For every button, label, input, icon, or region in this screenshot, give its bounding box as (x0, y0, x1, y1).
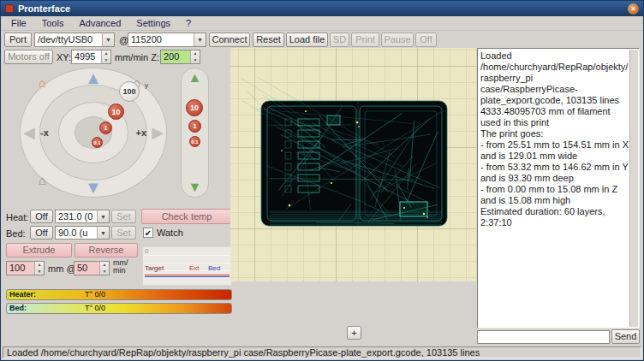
bed-gauge-value: T° 0/0 (85, 304, 105, 312)
graph-zero-tick: 0 (145, 248, 148, 255)
connect-button[interactable]: Connect (209, 33, 250, 47)
extrude-speed-value: 50 (75, 262, 99, 275)
z-step-1-button[interactable]: 1 (188, 120, 201, 133)
xy-feedrate-spinner[interactable]: 4995 ▲ ▼ (71, 50, 111, 64)
baud-combo-value: 115200 (128, 33, 194, 46)
graph-target-label: Target (145, 265, 164, 272)
off-button[interactable]: Off (415, 33, 437, 47)
home-x-button[interactable]: ⌂ (39, 174, 46, 186)
spin-up-icon[interactable]: ▲ (35, 262, 44, 269)
z-step-0_1-button[interactable]: 0.1 (189, 136, 200, 147)
checkbox-check-icon[interactable]: ✔ (143, 228, 153, 238)
jog-y-plus-button[interactable]: ▲ (85, 69, 102, 86)
home-xy-button[interactable]: ⌂ (39, 76, 46, 89)
jog-x-minus-arrow-icon[interactable]: ◀ (23, 125, 35, 140)
extrude-length-stepper[interactable]: ▲ ▼ (34, 262, 44, 275)
dropdown-icon: ▼ (105, 37, 111, 43)
jog-x-plus-button[interactable]: +x (135, 127, 146, 138)
load-file-button[interactable]: Load file (286, 33, 328, 47)
reverse-button[interactable]: Reverse (75, 243, 138, 257)
menu-settings[interactable]: Settings (128, 17, 178, 29)
xy-jog-pad[interactable]: ▲ ▼ ◀ ▶ -x +x ⌂ ⌂ y ⌂ 100 10 1 0.1 (20, 68, 167, 198)
port-button[interactable]: Port (4, 33, 32, 47)
z-feedrate-spinner[interactable]: 200 ▲ ▼ (160, 50, 200, 64)
extrude-speed-spinner[interactable]: 50 ▲ ▼ (74, 261, 110, 275)
close-button[interactable]: ✕ (628, 3, 639, 15)
menu-advanced[interactable]: Advanced (71, 17, 128, 29)
motors-off-button[interactable]: Motors off (4, 50, 53, 64)
log-line: - from 53.32 mm to 146.62 mm in Y and is… (480, 162, 629, 184)
jog-x-minus-button[interactable]: -x (40, 127, 49, 138)
jog-z-minus-button[interactable]: ▼ (188, 180, 202, 194)
jog-y-minus-button[interactable]: ▼ (85, 179, 102, 196)
small-feature (327, 115, 340, 125)
extrude-button[interactable]: Extrude (6, 243, 72, 257)
z-step-10-button[interactable]: 10 (186, 99, 203, 116)
port-combo[interactable]: /dev/ttyUSB0 ▼ (34, 33, 115, 47)
spin-up-icon[interactable]: ▲ (191, 50, 200, 57)
bed-temp-combo[interactable]: 90.0 (u ▼ (55, 226, 110, 240)
log-output[interactable]: Loaded /home/churchyard/RepRap/objekty/r… (477, 48, 640, 328)
heater-gauge[interactable]: Heater: T° 0/0 (6, 289, 232, 300)
baud-combo-arrow[interactable]: ▼ (194, 33, 206, 46)
menu-tools[interactable]: Tools (34, 17, 72, 29)
bed-gauge[interactable]: Bed: T° 0/0 (6, 303, 232, 314)
watch-checkbox[interactable]: ✔ Watch (143, 228, 183, 238)
log-line: Loaded /home/churchyard/RepRap/objekty/r… (480, 50, 629, 106)
baud-combo[interactable]: 115200 ▼ (128, 33, 206, 47)
z-feedrate-stepper[interactable]: ▲ ▼ (190, 50, 200, 63)
menu-help[interactable]: ? (178, 17, 199, 29)
jog-x-plus-arrow-icon[interactable]: ▶ (152, 125, 164, 140)
zoom-in-button[interactable]: + (347, 326, 361, 340)
pause-button[interactable]: Pause (381, 33, 414, 47)
sd-button[interactable]: SD (330, 33, 349, 47)
heat-set-button[interactable]: Set (111, 210, 136, 223)
spin-down-icon[interactable]: ▼ (100, 269, 109, 275)
log-scrollbar[interactable] (629, 50, 638, 327)
mm-at-label: mm @ (48, 263, 76, 274)
graph-ext-label: Ext (189, 265, 200, 272)
spin-up-icon[interactable]: ▲ (100, 262, 109, 269)
extruder-temp-line (145, 275, 230, 275)
bed-combo-arrow[interactable]: ▼ (97, 227, 109, 239)
reset-button[interactable]: Reset (253, 33, 284, 47)
speed-unit-line2: min (113, 267, 128, 275)
heat-label: Heat: (6, 212, 28, 222)
check-temp-button[interactable]: Check temp (141, 209, 232, 224)
menu-file[interactable]: File (3, 17, 34, 29)
bed-off-button[interactable]: Off (30, 226, 53, 240)
jog-step-100-button[interactable]: 100 (119, 81, 140, 102)
heat-combo-arrow[interactable]: ▼ (97, 210, 109, 222)
send-button[interactable]: Send (611, 329, 640, 344)
spin-up-icon[interactable]: ▲ (102, 50, 110, 57)
xy-feed-label: XY: (57, 52, 71, 62)
heat-temp-value: 231.0 (0 (56, 210, 97, 222)
window-title: Pronterface (18, 3, 70, 14)
jog-step-10-button[interactable]: 10 (108, 104, 124, 120)
pronterface-window: Pronterface ✕ File Tools Advanced Settin… (0, 0, 644, 361)
dropdown-icon: ▼ (100, 214, 106, 220)
command-input[interactable] (477, 330, 610, 344)
extrude-length-spinner[interactable]: 100 ▲ ▼ (6, 261, 45, 275)
xy-feedrate-stepper[interactable]: ▲ ▼ (101, 50, 110, 63)
titlebar[interactable]: Pronterface ✕ (1, 1, 643, 16)
z-jog-column[interactable]: ▲ 10 1 0.1 ▼ (181, 68, 209, 198)
spin-down-icon[interactable]: ▼ (35, 269, 44, 275)
print-button[interactable]: Print (351, 33, 379, 47)
extrude-speed-stepper[interactable]: ▲ ▼ (99, 262, 109, 275)
jog-z-plus-button[interactable]: ▲ (188, 71, 202, 85)
heat-off-button[interactable]: Off (30, 210, 53, 223)
spin-down-icon[interactable]: ▼ (191, 57, 200, 64)
bed-set-button[interactable]: Set (111, 226, 136, 240)
temperature-graph[interactable]: 0 Target Ext Bed (142, 246, 232, 286)
port-combo-arrow[interactable]: ▼ (102, 33, 114, 46)
dropdown-icon: ▼ (100, 230, 106, 236)
bed-gauge-bar (6, 303, 232, 314)
heater-gauge-label: Heater: (9, 290, 36, 299)
heat-temp-combo[interactable]: 231.0 (0 ▼ (55, 210, 110, 223)
gcode-viewer[interactable] (230, 48, 476, 281)
jog-step-1-button[interactable]: 1 (99, 121, 112, 134)
jog-step-0_1-button[interactable]: 0.1 (92, 137, 103, 148)
spin-down-icon[interactable]: ▼ (102, 57, 110, 64)
gcode-canvas (230, 48, 476, 281)
